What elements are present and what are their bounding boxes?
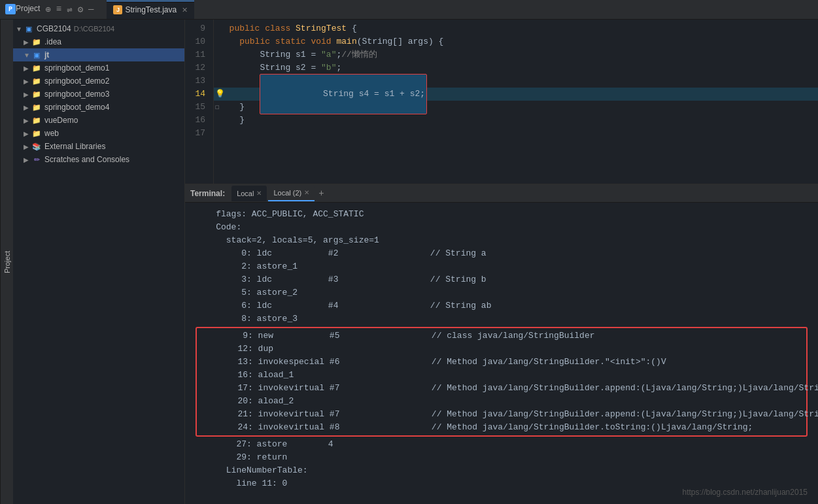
- project-icon: P: [5, 4, 16, 14]
- terminal-content: flags: ACC_PUBLIC, ACC_STATIC Code: stac…: [185, 203, 818, 504]
- terminal-tab-local2-label: Local (2): [273, 189, 301, 197]
- project-sidebar-label[interactable]: Project: [0, 20, 13, 504]
- sidebar-item-springboot1[interactable]: ▶ 📁 springboot_demo1: [13, 61, 184, 75]
- terminal-line-17: 24: invokevirtual #8 // Method java/lang…: [197, 421, 806, 434]
- line-num-15: 15: [185, 101, 208, 114]
- sidebar-item-idea[interactable]: ▶ 📁 .idea: [13, 35, 184, 48]
- sidebar-item-springboot4[interactable]: ▶ 📁 springboot_demo4: [13, 101, 184, 114]
- terminal-add-tab[interactable]: +: [318, 188, 324, 199]
- sync-icon[interactable]: ⊕: [45, 4, 50, 15]
- code-line-11: String s1 = "a";//懒惰的: [214, 48, 818, 61]
- terminal-tab-local2-close[interactable]: ✕: [304, 189, 309, 196]
- terminal-line-5: 2: astore_1: [196, 260, 808, 273]
- idea-label: .idea: [44, 37, 61, 46]
- line-numbers: ▶ 9 ▶ ▶ 10 11 12 13 14 15 16 17: [185, 20, 214, 184]
- editor-tab-stringtest[interactable]: J StringTest.java ✕: [107, 1, 194, 19]
- sb1-arrow: ▶: [24, 65, 31, 72]
- line-num-17: 17: [185, 127, 208, 140]
- sb1-label: springboot_demo1: [44, 63, 109, 73]
- terminal-line-14: 17: invokevirtual #7 // Method java/lang…: [197, 382, 806, 395]
- scratches-label: Scratches and Consoles: [44, 155, 129, 164]
- code-line-14: 💡 String s4 = s1 + s2;: [214, 88, 818, 101]
- highlighted-bytecode-section: 9: new #5 // class java/lang/StringBuild…: [196, 327, 808, 437]
- code-line-9: public class StringTest {: [214, 22, 818, 35]
- terminal-line-13: 16: aload_1: [197, 369, 806, 382]
- sb3-folder-icon: 📁: [31, 89, 42, 99]
- terminal-tab-bar: Terminal: Local ✕ Local (2) ✕ +: [185, 184, 818, 203]
- scratches-icon: ✏: [31, 154, 42, 165]
- sidebar-root-item[interactable]: ▼ ▣ CGB2104 D:\CGB2104: [13, 22, 184, 35]
- tab-label: StringTest.java: [125, 5, 177, 14]
- tab-close-icon[interactable]: ✕: [182, 6, 188, 14]
- web-arrow: ▶: [24, 130, 31, 137]
- line-num-13: 13: [185, 75, 208, 88]
- code-line-15: ◻ }: [214, 101, 818, 114]
- vue-folder-icon: 📁: [31, 115, 42, 126]
- idea-folder-icon: 📁: [31, 37, 42, 47]
- minimize-icon[interactable]: —: [88, 4, 94, 15]
- terminal-line-19: 29: return: [196, 451, 808, 464]
- lib-arrow: ▶: [24, 143, 31, 150]
- terminal-tab-local[interactable]: Local ✕: [231, 186, 267, 201]
- java-file-icon: J: [113, 5, 122, 14]
- line-num-16: 16: [185, 114, 208, 127]
- terminal-line-9: 8: astore_3: [196, 312, 808, 326]
- sort-icon[interactable]: ⇌: [67, 4, 72, 15]
- sidebar-item-libraries[interactable]: ▶ 📚 External Libraries: [13, 140, 184, 153]
- code-line-17: [214, 127, 818, 140]
- sidebar-item-vuedemo[interactable]: ▶ 📁 vueDemo: [13, 114, 184, 127]
- line-num-10: ▶ ▶ 10: [185, 35, 208, 48]
- sb4-folder-icon: 📁: [31, 102, 42, 112]
- watermark: https://blog.csdn.net/zhanlijuan2015: [683, 486, 808, 499]
- terminal-tab-local2[interactable]: Local (2) ✕: [268, 186, 315, 201]
- title-bar-left: P Project ⊕ ≡ ⇌ ⚙ —: [5, 4, 94, 15]
- tab-bar: J StringTest.java ✕: [104, 0, 813, 20]
- vue-arrow: ▶: [24, 117, 31, 124]
- project-tree: ▼ ▣ CGB2104 D:\CGB2104 ▶ 📁 .idea ▼ ▣ jt …: [13, 20, 185, 504]
- terminal-line-2: Code:: [196, 221, 808, 234]
- terminal-line-12: 13: invokespecial #6 // Method java/lang…: [197, 356, 806, 369]
- sidebar-item-scratches[interactable]: ▶ ✏ Scratches and Consoles: [13, 153, 184, 166]
- root-label: CGB2104: [37, 24, 71, 33]
- terminal-line-3: stack=2, locals=5, args_size=1: [196, 234, 808, 247]
- terminal-line-11: 12: dup: [197, 343, 806, 356]
- sidebar-tree: ▼ ▣ CGB2104 D:\CGB2104 ▶ 📁 .idea ▼ ▣ jt …: [13, 20, 184, 169]
- code-content[interactable]: public class StringTest { public static …: [214, 20, 818, 184]
- line-num-12: 12: [185, 61, 208, 75]
- root-arrow: ▼: [16, 25, 24, 33]
- web-label: web: [44, 129, 59, 138]
- sb2-label: springboot_demo2: [44, 76, 109, 86]
- main-area: Project ▼ ▣ CGB2104 D:\CGB2104 ▶ 📁 .idea…: [0, 20, 818, 504]
- terminal-line-4: 0: ldc #2 // String a: [196, 247, 808, 260]
- sb3-arrow: ▶: [24, 91, 31, 98]
- libraries-icon: 📚: [31, 141, 42, 152]
- libraries-label: External Libraries: [44, 142, 105, 151]
- root-path: D:\CGB2104: [74, 25, 114, 33]
- terminal-line-6: 3: ldc #3 // String b: [196, 273, 808, 286]
- jt-label: jt: [44, 50, 49, 59]
- sidebar-item-springboot3[interactable]: ▶ 📁 springboot_demo3: [13, 88, 184, 101]
- sidebar-item-springboot2[interactable]: ▶ 📁 springboot_demo2: [13, 75, 184, 88]
- code-line-10: public static void main(String[] args) {: [214, 35, 818, 48]
- sb1-folder-icon: 📁: [31, 63, 42, 73]
- terminal-line-10: 9: new #5 // class java/lang/StringBuild…: [197, 329, 806, 343]
- root-module-icon: ▣: [24, 24, 34, 34]
- vue-label: vueDemo: [44, 116, 78, 125]
- terminal-tab-local-close[interactable]: ✕: [256, 190, 262, 197]
- sidebar-item-jt[interactable]: ▼ ▣ jt: [13, 48, 184, 61]
- jt-module-icon: ▣: [31, 50, 42, 60]
- terminal-line-15: 20: aload_2: [197, 395, 806, 408]
- line-num-14: 14: [185, 88, 208, 101]
- jt-arrow: ▼: [24, 52, 31, 59]
- code-container: ▶ 9 ▶ ▶ 10 11 12 13 14 15 16 17: [185, 20, 818, 184]
- settings-icon[interactable]: ⚙: [78, 4, 83, 15]
- code-line-12: String s2 = "b";: [214, 61, 818, 75]
- terminal-line-8: 6: ldc #4 // String ab: [196, 299, 808, 312]
- web-folder-icon: 📁: [31, 128, 42, 139]
- terminal-area: Terminal: Local ✕ Local (2) ✕ + flags: A…: [185, 184, 818, 504]
- terminal-tab-local-label: Local: [237, 190, 254, 197]
- terminal-line-16: 21: invokevirtual #7 // Method java/lang…: [197, 408, 806, 421]
- sidebar-item-web[interactable]: ▶ 📁 web: [13, 127, 184, 140]
- title-bar-title: Project: [16, 4, 40, 15]
- list-icon[interactable]: ≡: [56, 4, 61, 15]
